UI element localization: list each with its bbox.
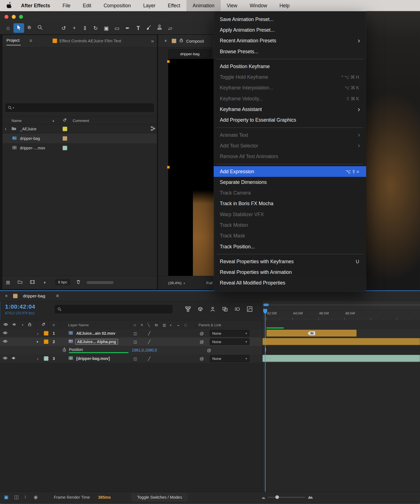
menu-item-track-position[interactable]: Track Position... [214,241,366,252]
tab-composition[interactable]: Composit [186,39,204,43]
transfer-controls-pane-icon[interactable]: ◫ [14,494,19,500]
home-tool[interactable]: ⌂ [3,23,13,33]
eraser-tool[interactable]: ▱ [165,23,176,33]
menu-item-reveal-properties-with-keyframes[interactable]: Reveal Properties with KeyframesU [214,256,366,267]
menubar-item-file[interactable]: File [56,0,77,11]
project-row-dripper-mov[interactable]: dripper-....mov [3,143,157,153]
new-composition-icon[interactable] [30,280,35,286]
hide-shy-layers-icon[interactable] [209,305,216,313]
dolly-camera-tool[interactable]: ⇕ [80,23,90,33]
panel-menu-icon[interactable]: ≡ [56,293,59,299]
layer-bar-3[interactable] [262,355,420,362]
menu-item-track-in-boris-fx-mocha[interactable]: Track in Boris FX Mocha [214,198,366,209]
expand-icon[interactable]: › [5,126,6,131]
lock-icon[interactable] [179,38,183,44]
pan-camera-tool[interactable]: + [69,23,80,33]
layer-name-selected[interactable]: AEJuice... Alpha.png [75,339,118,345]
timeline-zoom-slider[interactable] [268,497,305,498]
zoom-button[interactable] [19,15,23,19]
layer-bar-1[interactable]: IN [266,330,357,337]
pick-whip-icon[interactable]: @ [207,348,211,353]
expand-icon[interactable]: › [37,331,38,336]
layer-handle[interactable] [167,166,170,168]
time-navigator[interactable] [262,301,420,309]
tab-effect-controls[interactable]: Effect Controls AEJuice Film Text [52,38,121,43]
new-folder-icon[interactable] [18,280,22,286]
shy-switch[interactable]: ◫ [133,340,137,344]
property-value[interactable]: 1961,0,1080,0 [132,348,157,352]
timeline-tab-label[interactable]: dripper-bag [23,293,45,299]
menu-item-apply-animation-preset[interactable]: Apply Animation Preset... [214,25,366,35]
property-name[interactable]: Position [69,347,128,353]
navigator-handle[interactable] [264,304,269,306]
menubar-item-app[interactable]: After Effects [15,0,56,11]
menubar-item-view[interactable]: View [221,0,244,11]
timeline-zoom-knob[interactable] [275,495,279,499]
menu-item-reveal-properties-with-animation[interactable]: Reveal Properties with Animation [214,267,366,278]
collapse-icon[interactable]: ▾ [36,340,38,344]
project-row-dripper-bag[interactable]: dripper-bag [3,134,157,143]
menu-item-recent-animation-presets[interactable]: Recent Animation Presets› [214,36,366,46]
expand-icon[interactable]: › [37,356,38,361]
selection-tool[interactable] [13,23,24,33]
menu-item-reveal-all-modified-properties[interactable]: Reveal All Modified Properties [214,278,366,288]
quality-switch[interactable]: ╱ [148,356,150,361]
frame-blending-icon[interactable] [221,305,229,313]
graph-editor-icon[interactable] [246,305,253,313]
composition-name-tag[interactable]: dripper-bag [168,49,211,58]
horizontal-scrollbar[interactable] [87,281,114,284]
orbit-camera-tool[interactable]: ↺ [58,23,69,33]
layer-row-1[interactable]: › 1 AEJuice...ain 02.mov ◫ ╱ @ None▾ [0,329,262,338]
magnification-dropdown[interactable]: (39,4%) ▾ [168,281,185,285]
draft-3d-icon[interactable] [196,305,204,313]
menu-item-add-position-keyframe[interactable]: Add Position Keyframe [214,61,366,72]
pen-tool[interactable]: ✒ [122,23,133,33]
label-chip-tan[interactable] [63,136,67,141]
comment-column-header[interactable]: Comment [73,119,89,123]
layer-handle[interactable] [167,60,170,63]
apple-menu[interactable] [4,0,15,11]
close-button[interactable] [4,15,8,19]
pick-whip-icon[interactable]: @ [200,339,204,344]
playhead-line[interactable] [265,309,266,492]
color-adjust-icon[interactable]: ◑ [43,280,46,285]
menubar-item-help[interactable]: Help [273,0,296,11]
menubar-item-layer[interactable]: Layer [137,0,162,11]
name-column-header[interactable]: Name [11,119,22,123]
pick-whip-icon[interactable]: @ [200,356,204,361]
layer-name[interactable]: [dripper-bag.mov] [76,356,110,361]
minimize-button[interactable] [12,15,16,19]
eye-icon[interactable] [3,331,8,336]
sort-ascending-icon[interactable]: ▲ [52,119,55,122]
eye-icon[interactable] [3,356,8,361]
timeline-search-input[interactable] [55,305,172,313]
shape-tool[interactable]: ▭ [112,23,122,33]
in-out-panes-icon[interactable]: ↕ [24,494,27,500]
tab-project[interactable]: Project [6,38,21,45]
project-row-aejuice[interactable]: › _AEJuice [3,124,157,134]
menubar-item-effect[interactable]: Effect [161,0,186,11]
menubar-item-composition[interactable]: Composition [97,0,137,11]
layer-row-3[interactable]: › 3 [dripper-bag.mov] ◫ ╱ @ None▾ [0,354,262,363]
label-column-icon[interactable] [63,118,66,123]
quality-switch[interactable]: ╱ [148,331,150,336]
shy-switch[interactable]: ◫ [133,331,137,336]
label-chip-yellow[interactable] [63,127,67,131]
close-tab-icon[interactable]: × [5,293,8,299]
label-chip-orange[interactable] [44,331,49,336]
hierarchy-icon[interactable] [151,126,155,132]
resolution-dropdown[interactable]: Full [206,281,213,285]
menu-item-add-property-to-essential-graphics[interactable]: Add Property to Essential Graphics [214,115,366,126]
mini-flowchart-icon[interactable] [184,305,192,313]
project-search-input[interactable]: ▾ [5,103,154,112]
parent-dropdown[interactable]: None▾ [210,355,250,362]
shy-switch[interactable]: ◫ [133,357,137,361]
hand-tool[interactable] [24,23,35,33]
layer-row-2[interactable]: ▾ 2 AEJuice... Alpha.png ◫ ╱ @ None▾ [0,337,262,346]
eye-icon[interactable] [3,339,8,344]
motion-blur-icon[interactable] [233,305,241,313]
pick-whip-icon[interactable]: @ [200,331,204,336]
panel-menu-icon[interactable]: ≡ [29,38,32,44]
time-ruler[interactable]: 42:04f 44:04f 46:04f 48:04f [262,309,420,320]
label-chip-teal[interactable] [63,146,67,151]
